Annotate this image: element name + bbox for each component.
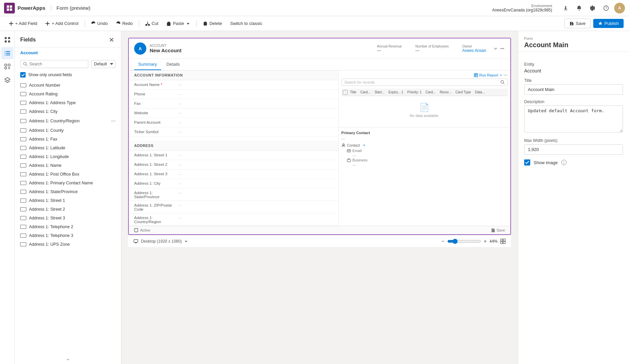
env-info: Environment AneesEnvCanada (org1829c985) [492, 4, 552, 12]
field-item-address-county[interactable]: Address 1: County [15, 126, 121, 135]
search-records-input[interactable]: Search for records [341, 79, 508, 86]
user-avatar[interactable]: A [614, 3, 625, 13]
delete-button[interactable]: Delete [200, 19, 226, 28]
bottom-bar: Desktop (1920 x 1080) − + 44% [128, 235, 511, 247]
field-icon [20, 83, 26, 87]
svg-marker-23 [5, 78, 10, 81]
field-item-address-primary-contact[interactable]: Address 1: Primary Contact Name [15, 179, 121, 187]
show-image-info-icon[interactable]: i [561, 160, 567, 165]
run-report-button[interactable]: Run Report [341, 73, 508, 77]
field-item-address-po-box[interactable]: Address 1: Post Office Box [15, 170, 121, 179]
grid-checkbox[interactable] [343, 90, 348, 95]
svg-rect-0 [7, 5, 9, 8]
nav-icon-grid[interactable] [1, 34, 13, 46]
zoom-out-icon[interactable]: − [441, 238, 444, 244]
form-header-expand-icon[interactable] [493, 46, 498, 51]
rp-entity-value: Account [524, 68, 623, 73]
cmd-divider-1 [85, 20, 85, 27]
svg-point-24 [24, 62, 26, 65]
publish-button[interactable]: Publish [593, 19, 624, 28]
form-header-more-icon[interactable] [500, 46, 505, 51]
field-item-account-number[interactable]: Account Number [15, 81, 121, 90]
field-item-address-street2[interactable]: Address 1: Street 2 [15, 205, 121, 214]
paste-button[interactable]: Paste [163, 19, 194, 28]
field-item-address-fax[interactable]: Address 1: Fax [15, 135, 121, 144]
undo-button[interactable]: Undo [88, 19, 111, 28]
search-input[interactable] [29, 62, 85, 66]
fields-panel: Fields Account Default Show only unused … [15, 31, 121, 364]
help-icon[interactable]: ? [601, 3, 611, 13]
field-item-address-tel2[interactable]: Address 1: Telephone 2 [15, 222, 121, 231]
field-item-address-tel3[interactable]: Address 1: Telephone 3 [15, 231, 121, 240]
field-item-address-type[interactable]: Address 1: Address Type [15, 98, 121, 107]
field-item-address-street1[interactable]: Address 1: Street 1 [15, 196, 121, 205]
show-image-label: Show image [534, 160, 558, 165]
field-item-address-country[interactable]: Address 1: Country/Region ··· [15, 116, 121, 126]
field-icon [20, 110, 26, 114]
download-icon[interactable] [560, 3, 571, 13]
nav-icon-layers[interactable] [1, 74, 13, 86]
field-row-phone: Phone ... [129, 90, 338, 99]
form-status: Active [134, 228, 150, 232]
canvas-area: A ACCOUNT New Account Annual Revenue ---… [121, 31, 518, 364]
zoom-slider[interactable] [447, 239, 481, 244]
no-data-icon: 📄 [348, 103, 501, 112]
main-layout: Fields Account Default Show only unused … [0, 31, 629, 364]
svg-rect-13 [8, 40, 10, 42]
more-options-icon[interactable]: ··· [111, 118, 116, 124]
nav-icon-components[interactable] [1, 61, 13, 73]
switch-classic-button[interactable]: Switch to classic [227, 19, 266, 28]
field-item-address-city[interactable]: Address 1: City [15, 107, 121, 116]
tab-details[interactable]: Details [162, 59, 184, 70]
field-icon [20, 172, 26, 176]
add-control-button[interactable]: + Add Control [42, 19, 82, 28]
show-image-checkbox[interactable] [524, 159, 530, 165]
tab-summary[interactable]: Summary [134, 59, 161, 70]
left-icon-sidebar [0, 31, 15, 364]
zoom-in-icon[interactable]: + [484, 238, 487, 244]
settings-icon[interactable] [587, 3, 598, 13]
notification-icon[interactable] [574, 3, 585, 13]
show-unused-checkbox[interactable] [20, 72, 26, 78]
field-item-address-latitude[interactable]: Address 1: Latitude [15, 144, 121, 152]
field-item-account-rating[interactable]: Account Rating [15, 90, 121, 98]
svg-rect-45 [501, 239, 503, 241]
default-select[interactable]: Default [91, 60, 116, 68]
fields-title: Fields [20, 37, 36, 43]
fit-to-screen-icon[interactable] [500, 239, 506, 244]
rp-description-input[interactable]: Updated default Account form. [524, 105, 623, 132]
field-row-state: Address 1: State/Province ... [129, 188, 338, 201]
app-icon[interactable] [4, 3, 15, 13]
field-item-address-ups[interactable]: Address 1: UPS Zone [15, 240, 121, 249]
redo-button[interactable]: Redo [113, 19, 136, 28]
search-row: Default [15, 58, 121, 70]
cut-button[interactable]: Cut [142, 19, 162, 28]
form-left-column: ACCOUNT INFORMATION Account Name * ... P… [129, 70, 339, 226]
nav-icon-list[interactable] [1, 47, 13, 59]
desktop-dropdown-icon[interactable] [184, 240, 188, 243]
header-field-employees: Number of Employees --- [415, 44, 449, 53]
field-item-address-state[interactable]: Address 1: State/Province [15, 187, 121, 196]
form-status-label: Active [140, 228, 150, 232]
field-item-address-name[interactable]: Address 1: Name [15, 161, 121, 170]
add-field-button[interactable]: + Add Field [5, 19, 40, 28]
field-row-website: Website ... [129, 109, 338, 118]
rp-title-input[interactable] [524, 84, 623, 95]
right-panel: Form Account Main Entity Account Title D… [518, 31, 629, 364]
close-fields-button[interactable] [108, 36, 116, 44]
form-preview-header: A ACCOUNT New Account Annual Revenue ---… [129, 38, 510, 59]
rp-max-width-input[interactable] [524, 144, 623, 155]
svg-text:?: ? [605, 6, 607, 10]
field-row-fax: Fax ... [129, 99, 338, 109]
form-entity-type: ACCOUNT [150, 44, 181, 48]
field-item-address-street3[interactable]: Address 1: Street 3 [15, 214, 121, 222]
svg-rect-8 [167, 23, 170, 26]
app-name: PowerApps [18, 5, 51, 11]
search-input-wrap[interactable] [20, 60, 88, 68]
show-unused-row: Show only unused fields [15, 70, 121, 81]
svg-rect-2 [7, 8, 9, 11]
save-button[interactable]: Save [564, 19, 591, 28]
rp-entity-label: Entity [524, 62, 623, 67]
field-icon [20, 163, 26, 168]
field-item-address-longitude[interactable]: Address 1: Longitude [15, 152, 121, 161]
